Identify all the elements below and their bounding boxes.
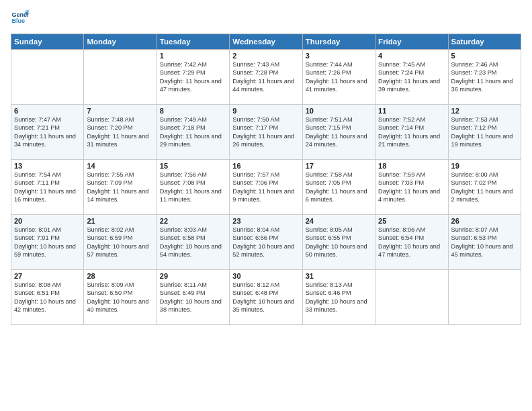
- week-row-4: 20Sunrise: 8:01 AMSunset: 7:01 PMDayligh…: [11, 215, 521, 270]
- calendar-cell: 18Sunrise: 7:59 AMSunset: 7:03 PMDayligh…: [375, 160, 448, 215]
- calendar-cell: 27Sunrise: 8:08 AMSunset: 6:51 PMDayligh…: [11, 270, 84, 325]
- svg-text:Blue: Blue: [11, 17, 25, 24]
- calendar-cell: 24Sunrise: 8:05 AMSunset: 6:55 PMDayligh…: [302, 215, 375, 270]
- day-number: 12: [451, 107, 518, 115]
- cell-content: Sunrise: 8:06 AMSunset: 6:54 PMDaylight:…: [378, 226, 445, 259]
- day-number: 25: [378, 217, 445, 225]
- week-row-2: 6Sunrise: 7:47 AMSunset: 7:21 PMDaylight…: [11, 105, 521, 160]
- day-number: 8: [160, 107, 226, 115]
- day-number: 15: [160, 162, 226, 170]
- day-number: 27: [14, 272, 81, 280]
- header-sunday: Sunday: [11, 34, 84, 50]
- calendar-cell: 21Sunrise: 8:02 AMSunset: 6:59 PMDayligh…: [84, 215, 157, 270]
- calendar-cell: 28Sunrise: 8:09 AMSunset: 6:50 PMDayligh…: [84, 270, 157, 325]
- cell-content: Sunrise: 8:11 AMSunset: 6:49 PMDaylight:…: [160, 281, 226, 314]
- cell-content: Sunrise: 8:02 AMSunset: 6:59 PMDaylight:…: [87, 226, 153, 259]
- week-row-1: 1Sunrise: 7:42 AMSunset: 7:29 PMDaylight…: [11, 50, 521, 105]
- calendar-cell: 9Sunrise: 7:50 AMSunset: 7:17 PMDaylight…: [230, 105, 302, 160]
- day-number: 19: [451, 162, 518, 170]
- calendar-cell: [448, 270, 521, 325]
- cell-content: Sunrise: 7:55 AMSunset: 7:09 PMDaylight:…: [87, 171, 153, 204]
- day-number: 18: [378, 162, 445, 170]
- day-number: 22: [160, 217, 226, 225]
- calendar-cell: 3Sunrise: 7:44 AMSunset: 7:26 PMDaylight…: [302, 50, 375, 105]
- header-friday: Friday: [375, 34, 448, 50]
- day-number: 1: [160, 52, 226, 60]
- header-wednesday: Wednesday: [230, 34, 302, 50]
- cell-content: Sunrise: 7:57 AMSunset: 7:06 PMDaylight:…: [232, 171, 299, 204]
- header-thursday: Thursday: [302, 34, 375, 50]
- cell-content: Sunrise: 8:09 AMSunset: 6:50 PMDaylight:…: [87, 281, 153, 314]
- calendar-cell: 7Sunrise: 7:48 AMSunset: 7:20 PMDaylight…: [84, 105, 157, 160]
- day-number: 7: [87, 107, 153, 115]
- day-number: 4: [378, 52, 445, 60]
- calendar-cell: 25Sunrise: 8:06 AMSunset: 6:54 PMDayligh…: [375, 215, 448, 270]
- cell-content: Sunrise: 7:43 AMSunset: 7:28 PMDaylight:…: [232, 60, 299, 94]
- calendar-cell: 22Sunrise: 8:03 AMSunset: 6:58 PMDayligh…: [157, 215, 229, 270]
- day-number: 17: [306, 162, 372, 170]
- calendar-cell: 14Sunrise: 7:55 AMSunset: 7:09 PMDayligh…: [84, 160, 157, 215]
- calendar-cell: 5Sunrise: 7:46 AMSunset: 7:23 PMDaylight…: [448, 50, 521, 105]
- day-number: 5: [451, 52, 518, 60]
- day-number: 10: [306, 107, 372, 115]
- day-number: 14: [87, 162, 153, 170]
- cell-content: Sunrise: 7:48 AMSunset: 7:20 PMDaylight:…: [87, 116, 153, 149]
- cell-content: Sunrise: 8:07 AMSunset: 6:53 PMDaylight:…: [451, 226, 518, 259]
- cell-content: Sunrise: 7:52 AMSunset: 7:14 PMDaylight:…: [378, 116, 445, 149]
- day-number: 16: [232, 162, 299, 170]
- cell-content: Sunrise: 7:59 AMSunset: 7:03 PMDaylight:…: [378, 171, 445, 204]
- day-number: 28: [87, 272, 153, 280]
- calendar-cell: 1Sunrise: 7:42 AMSunset: 7:29 PMDaylight…: [157, 50, 229, 105]
- header-monday: Monday: [84, 34, 157, 50]
- cell-content: Sunrise: 8:00 AMSunset: 7:02 PMDaylight:…: [451, 171, 518, 204]
- cell-content: Sunrise: 7:50 AMSunset: 7:17 PMDaylight:…: [232, 116, 299, 149]
- cell-content: Sunrise: 8:13 AMSunset: 6:46 PMDaylight:…: [306, 281, 372, 314]
- day-number: 26: [451, 217, 518, 225]
- calendar-cell: 20Sunrise: 8:01 AMSunset: 7:01 PMDayligh…: [11, 215, 84, 270]
- calendar-cell: 15Sunrise: 7:56 AMSunset: 7:08 PMDayligh…: [157, 160, 229, 215]
- logo-icon: General Blue: [11, 8, 30, 27]
- calendar-cell: 12Sunrise: 7:53 AMSunset: 7:12 PMDayligh…: [448, 105, 521, 160]
- header-row: SundayMondayTuesdayWednesdayThursdayFrid…: [11, 34, 521, 50]
- calendar-cell: 13Sunrise: 7:54 AMSunset: 7:11 PMDayligh…: [11, 160, 84, 215]
- cell-content: Sunrise: 7:42 AMSunset: 7:29 PMDaylight:…: [160, 60, 226, 94]
- calendar-cell: 19Sunrise: 8:00 AMSunset: 7:02 PMDayligh…: [448, 160, 521, 215]
- calendar-cell: 6Sunrise: 7:47 AMSunset: 7:21 PMDaylight…: [11, 105, 84, 160]
- day-number: 6: [14, 107, 81, 115]
- day-number: 20: [14, 217, 81, 225]
- calendar-cell: 23Sunrise: 8:04 AMSunset: 6:56 PMDayligh…: [230, 215, 302, 270]
- day-number: 13: [14, 162, 81, 170]
- day-number: 30: [232, 272, 299, 280]
- calendar-cell: [84, 50, 157, 105]
- cell-content: Sunrise: 8:04 AMSunset: 6:56 PMDaylight:…: [232, 226, 299, 259]
- day-number: 24: [306, 217, 372, 225]
- cell-content: Sunrise: 8:03 AMSunset: 6:58 PMDaylight:…: [160, 226, 226, 259]
- cell-content: Sunrise: 8:08 AMSunset: 6:51 PMDaylight:…: [14, 281, 81, 314]
- calendar-cell: 4Sunrise: 7:45 AMSunset: 7:24 PMDaylight…: [375, 50, 448, 105]
- cell-content: Sunrise: 7:46 AMSunset: 7:23 PMDaylight:…: [451, 60, 518, 94]
- cell-content: Sunrise: 7:53 AMSunset: 7:12 PMDaylight:…: [451, 116, 518, 149]
- calendar-cell: [375, 270, 448, 325]
- day-number: 31: [306, 272, 372, 280]
- cell-content: Sunrise: 7:56 AMSunset: 7:08 PMDaylight:…: [160, 171, 226, 204]
- page-container: General Blue SundayMondayTuesdayWednesda…: [0, 0, 532, 330]
- header-saturday: Saturday: [448, 34, 521, 50]
- header: General Blue: [11, 8, 521, 27]
- cell-content: Sunrise: 7:45 AMSunset: 7:24 PMDaylight:…: [378, 60, 445, 94]
- week-row-5: 27Sunrise: 8:08 AMSunset: 6:51 PMDayligh…: [11, 270, 521, 325]
- week-row-3: 13Sunrise: 7:54 AMSunset: 7:11 PMDayligh…: [11, 160, 521, 215]
- day-number: 23: [232, 217, 299, 225]
- calendar-cell: 8Sunrise: 7:49 AMSunset: 7:18 PMDaylight…: [157, 105, 229, 160]
- header-tuesday: Tuesday: [157, 34, 229, 50]
- logo: General Blue: [11, 8, 30, 27]
- day-number: 11: [378, 107, 445, 115]
- calendar-cell: 30Sunrise: 8:12 AMSunset: 6:48 PMDayligh…: [230, 270, 302, 325]
- cell-content: Sunrise: 7:49 AMSunset: 7:18 PMDaylight:…: [160, 116, 226, 149]
- calendar-table: SundayMondayTuesdayWednesdayThursdayFrid…: [11, 34, 521, 325]
- calendar-cell: 17Sunrise: 7:58 AMSunset: 7:05 PMDayligh…: [302, 160, 375, 215]
- cell-content: Sunrise: 7:54 AMSunset: 7:11 PMDaylight:…: [14, 171, 81, 204]
- calendar-cell: 26Sunrise: 8:07 AMSunset: 6:53 PMDayligh…: [448, 215, 521, 270]
- cell-content: Sunrise: 7:47 AMSunset: 7:21 PMDaylight:…: [14, 116, 81, 149]
- cell-content: Sunrise: 8:01 AMSunset: 7:01 PMDaylight:…: [14, 226, 81, 259]
- day-number: 3: [306, 52, 372, 60]
